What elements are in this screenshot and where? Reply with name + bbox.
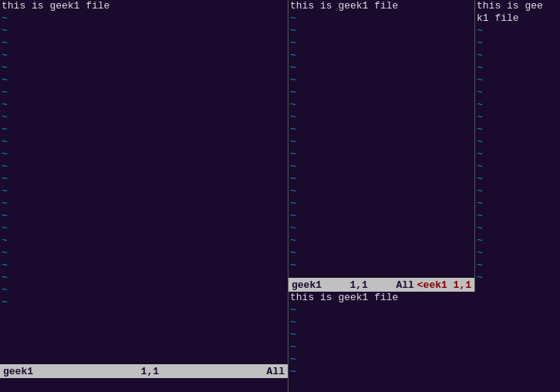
left-tilde-7: ~ [2,86,286,99]
br-tilde-1: ~ [290,304,558,316]
trr-tilde-8: ~ [477,111,558,123]
left-tilde-21: ~ [2,259,286,272]
trr-tilde-19: ~ [477,247,558,259]
left-tilde-18: ~ [2,222,286,235]
left-tilde-15: ~ [2,185,286,198]
tr-left-tilde-19: ~ [290,235,473,247]
tr-left-tilde-6: ~ [290,74,473,86]
left-status-bar: geek1 1,1 All [0,364,288,378]
left-tilde-14: ~ [2,173,286,185]
left-tilde-22: ~ [2,272,286,284]
left-tilde-23: ~ [2,284,286,296]
left-tilde-24: ~ [2,296,286,309]
tr-left-tilde-17: ~ [290,210,473,222]
pane-top-right: this is geek1 file ~ ~ ~ ~ ~ ~ ~ ~ ~ ~ ~… [288,0,560,292]
trl-status-filename: geek1 [292,279,322,291]
br-tilde-6: ~ [290,366,558,378]
trr-tilde-7: ~ [477,99,558,111]
tr-left-tilde-10: ~ [290,123,473,136]
tr-left-tilde-14: ~ [290,173,473,185]
trr-tilde-14: ~ [477,185,558,198]
left-tilde-16: ~ [2,198,286,210]
top-right-left-editor[interactable]: this is geek1 file ~ ~ ~ ~ ~ ~ ~ ~ ~ ~ ~… [288,0,474,278]
left-status-position: 1,1 [33,366,267,377]
trr-tilde-20: ~ [477,259,558,272]
trr-tilde-13: ~ [477,173,558,185]
tr-left-tilde-15: ~ [290,185,473,198]
top-right-left-content-line-1: this is geek1 file [290,0,473,12]
left-tilde-11: ~ [2,136,286,148]
pane-left: this is geek1 file ~ ~ ~ ~ ~ ~ ~ ~ ~ ~ ~… [0,0,288,392]
br-tilde-3: ~ [290,329,558,341]
left-tilde-13: ~ [2,161,286,173]
tr-left-tilde-2: ~ [290,25,473,37]
left-tilde-12: ~ [2,148,286,161]
pane-bottom-right: this is geek1 file ~ ~ ~ ~ ~ ~ [288,292,560,392]
tr-left-tilde-18: ~ [290,222,473,235]
left-tilde-19: ~ [2,235,286,247]
trr-tilde-5: ~ [477,74,558,86]
left-content-line-1: this is geek1 file [2,0,286,12]
left-tilde-20: ~ [2,247,286,259]
trl-status-cmd: <eek1 1,1 [417,279,471,291]
tr-left-tilde-20: ~ [290,247,473,259]
trr-tilde-18: ~ [477,235,558,247]
top-right-left-status-bar: geek1 1,1 All <eek1 1,1 [288,278,474,292]
left-tilde-10: ~ [2,123,286,136]
pane-right-container: this is geek1 file ~ ~ ~ ~ ~ ~ ~ ~ ~ ~ ~… [288,0,560,392]
trr-tilde-6: ~ [477,86,558,99]
left-tilde-8: ~ [2,99,286,111]
trr-tilde-11: ~ [477,148,558,161]
tr-left-tilde-9: ~ [290,111,473,123]
tr-left-tilde-11: ~ [290,136,473,148]
tr-left-tilde-5: ~ [290,62,473,74]
bottom-right-content-line-1: this is geek1 file [290,292,558,304]
left-tilde-6: ~ [2,74,286,86]
br-tilde-5: ~ [290,353,558,366]
trr-tilde-9: ~ [477,123,558,136]
bottom-right-editor[interactable]: this is geek1 file ~ ~ ~ ~ ~ ~ [288,292,560,392]
tr-left-tilde-7: ~ [290,86,473,99]
left-tilde-3: ~ [2,37,286,49]
tr-left-tilde-1: ~ [290,12,473,25]
trr-tilde-3: ~ [477,49,558,62]
trl-status-scroll: All [396,279,413,291]
trr-tilde-4: ~ [477,62,558,74]
tr-left-tilde-3: ~ [290,37,473,49]
left-editor-area[interactable]: this is geek1 file ~ ~ ~ ~ ~ ~ ~ ~ ~ ~ ~… [0,0,288,364]
top-right-right-editor[interactable]: this is gee k1 file ~ ~ ~ ~ ~ ~ ~ ~ ~ ~ … [475,0,560,292]
left-status-filename: geek1 [3,366,33,377]
tr-left-tilde-8: ~ [290,99,473,111]
br-tilde-2: ~ [290,316,558,329]
tr-left-tilde-16: ~ [290,198,473,210]
left-tilde-2: ~ [2,25,286,37]
trr-tilde-12: ~ [477,161,558,173]
trr-tilde-17: ~ [477,222,558,235]
trr-tilde-21: ~ [477,272,558,284]
trr-tilde-1: ~ [477,25,558,37]
left-tilde-1: ~ [2,12,286,25]
br-tilde-4: ~ [290,341,558,353]
tr-left-tilde-21: ~ [290,259,473,272]
trr-tilde-15: ~ [477,198,558,210]
left-command-line: this is geek1 file [0,378,288,392]
tr-left-tilde-12: ~ [290,148,473,161]
left-tilde-5: ~ [2,62,286,74]
trr-tilde-10: ~ [477,136,558,148]
tr-left-tilde-13: ~ [290,161,473,173]
left-tilde-9: ~ [2,111,286,123]
trr-tilde-2: ~ [477,37,558,49]
left-tilde-4: ~ [2,49,286,62]
trl-status-position: 1,1 [322,279,396,291]
top-right-right-content-line-1: this is gee [477,0,558,12]
top-right-right-content-line-2: k1 file [477,12,558,25]
pane-top-right-right: this is gee k1 file ~ ~ ~ ~ ~ ~ ~ ~ ~ ~ … [475,0,560,292]
left-status-scroll: All [267,366,285,377]
trr-tilde-16: ~ [477,210,558,222]
vim-editor: this is geek1 file ~ ~ ~ ~ ~ ~ ~ ~ ~ ~ ~… [0,0,560,392]
pane-top-right-left: this is geek1 file ~ ~ ~ ~ ~ ~ ~ ~ ~ ~ ~… [288,0,475,292]
left-tilde-17: ~ [2,210,286,222]
tr-left-tilde-4: ~ [290,49,473,62]
